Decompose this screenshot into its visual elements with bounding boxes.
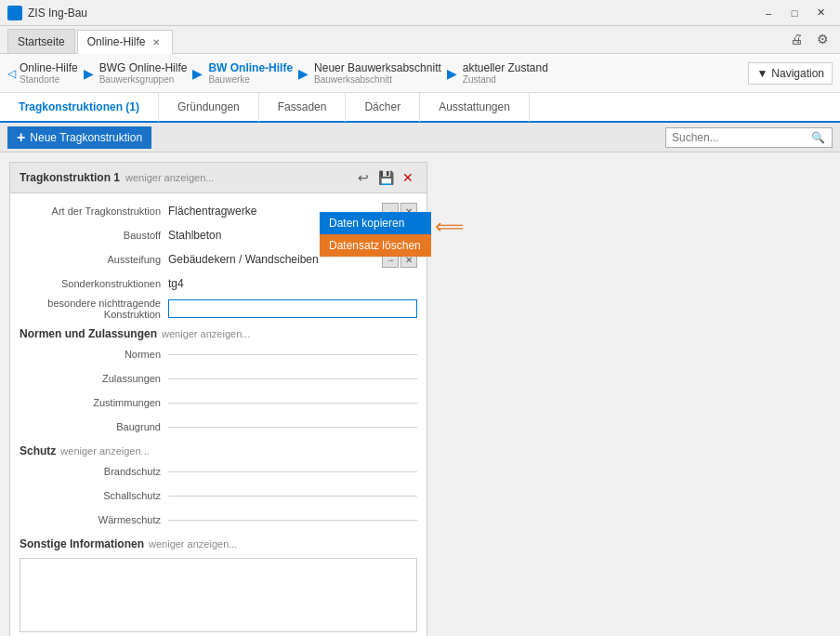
- delete-record-item[interactable]: Datensatz löschen: [320, 234, 431, 257]
- baustoff-label: Baustoff: [20, 230, 168, 241]
- brandschutz-row: Brandschutz: [20, 461, 417, 482]
- breadcrumb-main-4: Neuer Bauwerksabschnitt: [314, 61, 441, 74]
- schutz-less-label[interactable]: weniger anzeigen...: [60, 445, 149, 457]
- sonstige-section-header: Sonstige Informationen weniger anzeigen.…: [20, 537, 417, 550]
- breadcrumb-item-3[interactable]: BW Online-Hilfe Bauwerke: [208, 61, 293, 85]
- breadcrumb-bar: ◁ Online-Hilfe Standorte ▶ BWG Online-Hi…: [0, 54, 840, 93]
- breadcrumb-main-2: BWG Online-Hilfe: [99, 61, 188, 74]
- schallschutz-row: Schallschutz: [20, 485, 417, 506]
- maximize-button[interactable]: □: [782, 4, 807, 22]
- tab-online-hilfe[interactable]: Online-Hilfe ✕: [77, 30, 174, 54]
- breadcrumb-arrow-2: ▶: [192, 66, 203, 81]
- title-bar-left: ZIS Ing-Bau: [7, 6, 87, 20]
- normen-divider: [168, 354, 417, 355]
- normen-less-label[interactable]: weniger anzeigen...: [162, 328, 250, 339]
- breadcrumb-back-arrow-1: ◁: [7, 67, 16, 80]
- content-toolbar: + Neue Tragkonstruktion 🔍: [0, 123, 840, 152]
- card-close-icon: ✕: [402, 170, 413, 185]
- section-tab-ausstattungen[interactable]: Ausstattungen: [420, 92, 530, 122]
- section-tab-ausstattungen-label: Ausstattungen: [439, 100, 510, 113]
- brandschutz-label: Brandschutz: [20, 466, 168, 477]
- zustimmungen-value: [168, 403, 417, 404]
- card-actions: ↩ 💾 ✕: [354, 168, 417, 187]
- add-button-label: Neue Tragkonstruktion: [30, 131, 142, 144]
- waermeschutz-divider: [168, 520, 417, 521]
- card-title-text: Tragkonstruktion 1: [20, 171, 120, 184]
- save-icon: 💾: [378, 170, 394, 185]
- sonstige-less-label[interactable]: weniger anzeigen...: [149, 538, 237, 550]
- tab-online-hilfe-label: Online-Hilfe: [87, 35, 146, 48]
- sonderkonstruktionen-field-text: tg4: [168, 277, 184, 290]
- section-tab-daecher[interactable]: Dächer: [346, 92, 420, 122]
- arrow-indicator: ⟸: [435, 215, 465, 239]
- breadcrumb-text-3: BW Online-Hilfe Bauwerke: [208, 61, 293, 85]
- card-back-button[interactable]: ↩: [354, 168, 373, 187]
- zulassungen-label: Zulassungen: [20, 373, 168, 384]
- brandschutz-value: [168, 471, 417, 472]
- normen-label: Normen: [20, 349, 168, 360]
- schutz-header-text: Schutz: [20, 444, 56, 457]
- section-tab-tragkonstruktionen-label: Tragkonstruktionen (1): [19, 100, 139, 113]
- breadcrumb-items: ◁ Online-Hilfe Standorte ▶ BWG Online-Hi…: [7, 61, 548, 85]
- card-save-button[interactable]: 💾: [376, 168, 395, 187]
- zulassungen-value: [168, 378, 417, 379]
- zulassungen-divider: [168, 378, 417, 379]
- tab-startseite[interactable]: Startseite: [7, 29, 75, 53]
- minimize-button[interactable]: –: [756, 4, 781, 22]
- baustoff-field-text: Stahlbeton: [168, 229, 221, 242]
- breadcrumb-item-4[interactable]: Neuer Bauwerksabschnitt Bauwerksabschnit…: [314, 61, 441, 85]
- nav-label: Navigation: [771, 67, 824, 80]
- section-tab-daecher-label: Dächer: [364, 100, 400, 113]
- add-tragkonstruktion-button[interactable]: + Neue Tragkonstruktion: [7, 126, 151, 149]
- breadcrumb-text-2: BWG Online-Hilfe Bauwerksgruppen: [99, 61, 188, 85]
- breadcrumb-text-1: Online-Hilfe Standorte: [20, 61, 78, 85]
- card-close-button[interactable]: ✕: [399, 168, 417, 187]
- art-label: Art der Tragkonstruktion: [20, 205, 168, 217]
- besondere-input[interactable]: [168, 299, 417, 318]
- waermeschutz-row: Wärmeschutz: [20, 510, 417, 530]
- breadcrumb-arrow-1: ▶: [84, 66, 94, 81]
- navigation-button[interactable]: ▼ Navigation: [748, 62, 833, 85]
- app-title: ZIS Ing-Bau: [28, 7, 87, 20]
- main-content: Tragkonstruktion 1 weniger anzeigen... ↩…: [0, 152, 840, 636]
- sonderkonstruktionen-label: Sonderkonstruktionen: [20, 278, 168, 289]
- schallschutz-divider: [168, 496, 417, 497]
- search-box: 🔍: [665, 127, 833, 148]
- normen-value: [168, 354, 417, 355]
- settings-button[interactable]: ⚙: [812, 29, 833, 49]
- aussteifung-field-text: Gebäudekern / Wandscheiben: [168, 253, 319, 266]
- copy-data-item[interactable]: Daten kopieren: [320, 212, 431, 234]
- close-button[interactable]: ✕: [808, 4, 833, 22]
- sonderkonstruktionen-row: Sonderkonstruktionen tg4: [20, 273, 417, 294]
- section-tab-gruendungen[interactable]: Gründungen: [159, 92, 259, 122]
- zustimmungen-divider: [168, 403, 417, 404]
- section-tab-fassaden[interactable]: Fassaden: [259, 92, 347, 122]
- tabs-right: 🖨 ⚙: [786, 29, 833, 53]
- add-icon: +: [17, 129, 25, 146]
- schutz-section-header: Schutz weniger anzeigen...: [20, 444, 417, 457]
- breadcrumb-sub-1: Standorte: [20, 74, 78, 85]
- breadcrumb-sub-2: Bauwerksgruppen: [99, 74, 188, 85]
- card-less-label[interactable]: weniger anzeigen...: [125, 172, 214, 183]
- tab-close-button[interactable]: ✕: [150, 35, 163, 48]
- sonstige-textarea[interactable]: [20, 558, 417, 632]
- print-icon: 🖨: [790, 32, 803, 46]
- baugrund-row: Baugrund: [20, 417, 417, 437]
- search-input[interactable]: [672, 131, 811, 144]
- title-bar: ZIS Ing-Bau – □ ✕: [0, 0, 840, 26]
- breadcrumb-text-5: aktueller Zustand Zustand: [463, 61, 548, 85]
- breadcrumb-item-2[interactable]: BWG Online-Hilfe Bauwerksgruppen: [99, 61, 188, 85]
- back-icon: ↩: [358, 170, 369, 185]
- print-button[interactable]: 🖨: [786, 29, 807, 49]
- section-tab-tragkonstruktionen[interactable]: Tragkonstruktionen (1): [0, 93, 159, 123]
- schallschutz-value: [168, 496, 417, 497]
- besondere-label2: Konstruktion: [20, 309, 161, 320]
- breadcrumb-item-5[interactable]: aktueller Zustand Zustand: [463, 61, 548, 85]
- zustimmungen-row: Zustimmungen: [20, 392, 417, 413]
- breadcrumb-arrow-4: ▶: [447, 66, 457, 81]
- sonstige-header-text: Sonstige Informationen: [20, 537, 144, 550]
- context-dropdown: Daten kopieren Datensatz löschen: [320, 212, 431, 257]
- zustimmungen-label: Zustimmungen: [20, 397, 168, 408]
- zulassungen-row: Zulassungen: [20, 368, 417, 389]
- breadcrumb-item-1[interactable]: ◁ Online-Hilfe Standorte: [7, 61, 78, 85]
